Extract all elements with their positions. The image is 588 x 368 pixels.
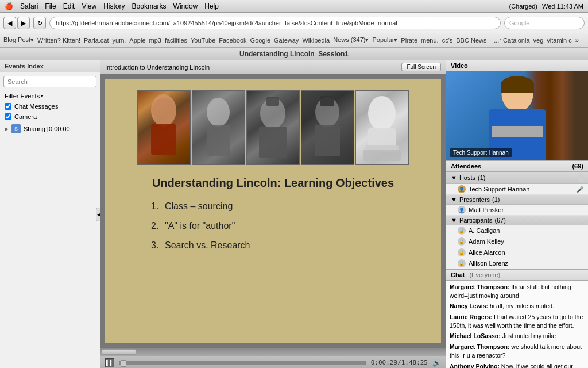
item-3-text: Search vs. Research bbox=[165, 240, 250, 251]
hosts-label: Hosts bbox=[459, 174, 475, 181]
menu-help[interactable]: Help bbox=[204, 2, 219, 10]
presenters-label: Presenters bbox=[459, 196, 490, 203]
sharing-icon: S bbox=[11, 124, 21, 133]
attendees-title: Attendees bbox=[451, 163, 481, 170]
bookmark-news[interactable]: News (347)▾ bbox=[333, 36, 369, 44]
back-button[interactable]: ◀ bbox=[3, 17, 16, 29]
bookmark-facilities[interactable]: facilities bbox=[165, 37, 187, 44]
attendees-section: Attendees (69) ▼ Hosts (1) 👤 Tech Suppor… bbox=[446, 161, 588, 270]
menu-bookmarks[interactable]: Bookmarks bbox=[132, 2, 167, 10]
bookmark-apple[interactable]: Apple bbox=[129, 37, 145, 44]
bookmark-ccs[interactable]: cc's bbox=[442, 37, 453, 44]
portrait-4 bbox=[301, 90, 354, 165]
svg-rect-4 bbox=[207, 125, 230, 156]
menu-window[interactable]: Window bbox=[173, 2, 198, 10]
participants-group-header[interactable]: ▼ Participants (67) bbox=[446, 216, 588, 225]
bookmark-vitamin[interactable]: vitamin c bbox=[547, 37, 571, 44]
participant-icon-2: 🔒 bbox=[458, 237, 466, 246]
events-search-input[interactable] bbox=[3, 76, 96, 87]
pause-button[interactable]: ▌▌ bbox=[105, 358, 114, 367]
bookmark-catalonia[interactable]: ...r Catalonia bbox=[494, 37, 529, 44]
portrait-5 bbox=[355, 90, 409, 165]
reload-button[interactable]: ↻ bbox=[33, 17, 46, 29]
right-panel: Video Te bbox=[446, 60, 588, 368]
bookmark-parla[interactable]: Parla.cat bbox=[84, 37, 109, 44]
bookmark-blog[interactable]: Blog Post▾ bbox=[3, 36, 34, 44]
chat-msg-4: Michael LoSasso: Just muted my mike bbox=[450, 332, 585, 340]
bookmark-youtube[interactable]: YouTube bbox=[191, 37, 215, 44]
hosts-group-header[interactable]: ▼ Hosts (1) bbox=[446, 172, 588, 184]
volume-icon[interactable]: 🔊 bbox=[432, 359, 441, 367]
video-section: Video Te bbox=[446, 60, 588, 161]
events-panel-title: Events Index bbox=[5, 63, 44, 70]
presentation-header: Introduction to Understanding Lincoln Fu… bbox=[100, 60, 446, 74]
menu-safari[interactable]: Safari bbox=[20, 2, 38, 10]
presenters-collapse[interactable]: ▼ bbox=[451, 196, 457, 203]
item-1-text: Class – sourcing bbox=[165, 201, 233, 212]
filter-events-button[interactable]: Filter Events bbox=[0, 91, 100, 101]
chat-messages-container[interactable]: Margaret Thompson: Ihear stuff, but noth… bbox=[446, 281, 588, 368]
chat-msg-3: Laurie Rogers: I had waited 25 years to … bbox=[450, 313, 585, 329]
browser-chrome: ◀ ▶ ↻ https://gilderlehrman.adobeconnect… bbox=[0, 13, 588, 48]
slide-item-1: 1. Class – sourcing bbox=[151, 201, 418, 212]
filter-events-label: Filter Events bbox=[5, 93, 40, 99]
menu-file[interactable]: File bbox=[45, 2, 56, 10]
svg-point-3 bbox=[207, 98, 230, 126]
full-screen-button[interactable]: Full Screen bbox=[401, 63, 441, 71]
chat-messages-label: Chat Messages bbox=[14, 103, 58, 110]
chat-msg-2: Nancy Lewis: hi all, my mike is muted. bbox=[450, 302, 585, 310]
menu-history[interactable]: History bbox=[103, 2, 125, 10]
url-text: https://gilderlehrman.adobeconnect.com/_… bbox=[56, 20, 397, 26]
scrollbar-thumb[interactable] bbox=[102, 349, 136, 355]
address-bar[interactable]: https://gilderlehrman.adobeconnect.com/_… bbox=[49, 17, 501, 29]
bookmark-google[interactable]: Google bbox=[250, 37, 270, 44]
menu-edit[interactable]: Edit bbox=[63, 2, 75, 10]
svg-rect-14 bbox=[363, 150, 401, 161]
portrait-1 bbox=[137, 90, 191, 165]
participants-collapse[interactable]: ▼ bbox=[451, 217, 457, 224]
bookmark-popular[interactable]: Popular▾ bbox=[372, 36, 397, 44]
slide-item-3: 3. Search vs. Research bbox=[151, 240, 418, 251]
host-mic-icon[interactable]: 🎤 bbox=[577, 186, 583, 193]
slide-item-2: 2. "A" is for "author" bbox=[151, 221, 418, 231]
sharing-item[interactable]: ▶ S Sharing [0:00:00] bbox=[0, 122, 100, 136]
bookmark-yum[interactable]: yum. bbox=[113, 37, 126, 44]
bookmark-bbc[interactable]: BBC News - bbox=[456, 37, 490, 44]
forward-button[interactable]: ▶ bbox=[17, 17, 30, 29]
bookmark-wikipedia[interactable]: Wikipedia bbox=[302, 37, 330, 44]
chat-messages-checkbox-item: Chat Messages bbox=[0, 101, 100, 112]
chat-text-2: hi all, my mike is muted. bbox=[490, 302, 554, 309]
item-1-num: 1. bbox=[151, 201, 165, 212]
progress-handle[interactable] bbox=[121, 360, 126, 367]
bookmark-more[interactable]: » bbox=[575, 37, 579, 44]
participants-count: (67) bbox=[494, 217, 506, 224]
chat-sender-1: Margaret Thompson: bbox=[450, 283, 509, 290]
chat-messages-checkbox[interactable] bbox=[5, 103, 11, 110]
presenter-icon: 👤 bbox=[458, 206, 466, 214]
slide-container: Understanding Lincoln: Learning Objectiv… bbox=[100, 74, 446, 348]
hosts-collapse[interactable]: ▼ bbox=[451, 174, 457, 181]
chat-sender-3: Laurie Rogers: bbox=[450, 313, 492, 320]
item-3-num: 3. bbox=[151, 240, 165, 251]
battery-status: (Charged) bbox=[509, 3, 538, 10]
host-icon: 👤 bbox=[458, 185, 466, 193]
apple-menu[interactable]: 🍎 bbox=[5, 2, 13, 10]
search-bar[interactable]: Google bbox=[504, 17, 585, 29]
slide-scrollbar[interactable] bbox=[100, 348, 446, 356]
bookmark-pirate[interactable]: Pirate bbox=[401, 37, 417, 44]
presenters-group-header[interactable]: ▼ Presenters (1) bbox=[446, 195, 588, 205]
bookmark-gateway[interactable]: Gateway bbox=[274, 37, 299, 44]
bookmark-mp3[interactable]: mp3 bbox=[149, 37, 161, 44]
camera-checkbox[interactable] bbox=[5, 113, 11, 120]
bookmark-kitten[interactable]: Written? Kitten! bbox=[37, 37, 80, 44]
chat-sender-2: Nancy Lewis: bbox=[450, 302, 488, 309]
svg-rect-7 bbox=[266, 97, 279, 106]
bookmark-veg[interactable]: veg bbox=[533, 37, 544, 44]
bookmark-menu[interactable]: menu. bbox=[421, 37, 439, 44]
bookmark-facebook[interactable]: Facebook bbox=[219, 37, 246, 44]
attendees-header: Attendees (69) bbox=[446, 161, 588, 172]
sharing-collapse-arrow[interactable]: ▶ bbox=[5, 126, 9, 132]
video-person: Tech Support Hannah bbox=[446, 71, 588, 160]
progress-bar[interactable] bbox=[119, 361, 366, 365]
menu-view[interactable]: View bbox=[82, 2, 96, 10]
